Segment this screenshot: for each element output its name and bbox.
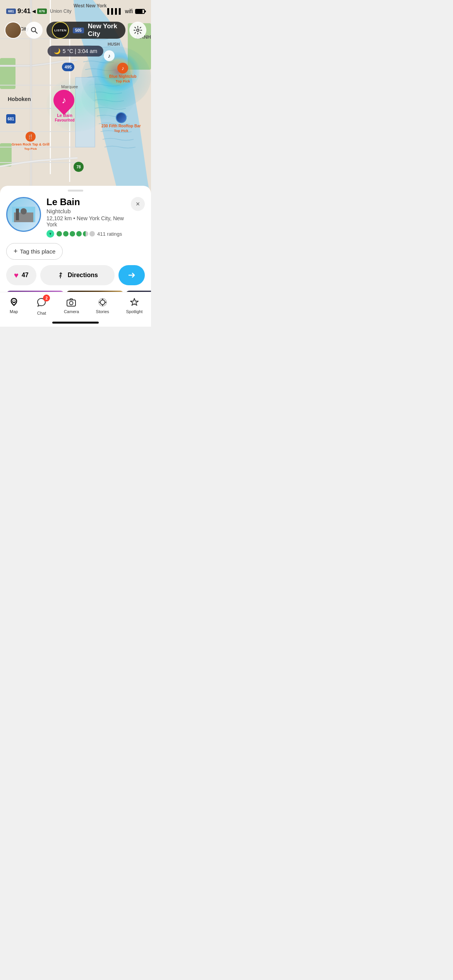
blue-nightclub-pin[interactable]: ♪ Blue NightclubTop Pick: [109, 63, 137, 84]
highway-505-badge: 505: [73, 27, 84, 33]
venue-location: 12,102 km • New York City, New York: [46, 215, 125, 228]
hoboken-label: Hoboken: [8, 96, 31, 102]
chat-nav-label: Chat: [37, 311, 46, 315]
home-indicator: [52, 322, 99, 324]
tag-label: Tag this place: [20, 248, 56, 255]
send-icon: [127, 271, 136, 280]
camera-nav-label: Camera: [64, 309, 79, 314]
svg-point-22: [137, 29, 139, 31]
highway-78-badge: 78: [74, 162, 84, 172]
like-count: 47: [22, 272, 29, 279]
user-avatar[interactable]: [5, 22, 22, 39]
svg-line-21: [35, 31, 37, 33]
status-bar: 681 9:41 ◀ 676 Union City ▌▌▌▌ wifi: [0, 0, 151, 19]
tag-icon: +: [14, 247, 18, 255]
location-arrow-icon: ◀: [32, 9, 36, 14]
svg-rect-25: [16, 209, 19, 220]
venue-photo[interactable]: [6, 197, 41, 232]
svg-point-36: [99, 302, 100, 303]
venue-info: Le Bain Nightclub 12,102 km • New York C…: [0, 197, 151, 243]
weather-text: 5 °C | 3:04 am: [63, 48, 97, 54]
like-button[interactable]: ♥ 47: [6, 265, 36, 285]
nav-chat[interactable]: 2 Chat: [36, 297, 47, 315]
sheet-handle: [68, 190, 83, 192]
search-button[interactable]: [26, 22, 43, 39]
tripadvisor-logo: T: [46, 230, 54, 238]
directions-label: Directions: [68, 272, 98, 279]
rating-dots: [57, 231, 95, 236]
rooftop-bar-pin[interactable]: 230 Fifth Rooftop BarTop Pick: [101, 112, 141, 133]
chat-badge: 2: [43, 295, 50, 302]
tag-place-button[interactable]: + Tag this place: [6, 243, 63, 260]
highway-676-status: 676: [37, 9, 47, 14]
highway-681-badge: 681: [6, 114, 15, 123]
union-city-status: Union City: [50, 9, 71, 14]
ratings-count: 411 ratings: [97, 231, 122, 237]
highway-495-badge: 495: [62, 63, 74, 71]
svg-point-34: [102, 299, 103, 300]
time-display: 9:41: [17, 7, 31, 15]
directions-button[interactable]: Directions: [40, 265, 115, 285]
heart-icon: ♥: [14, 271, 19, 280]
battery-icon: [135, 9, 145, 14]
moon-icon: 🌙: [54, 48, 60, 54]
wifi-icon: wifi: [125, 8, 133, 14]
stories-icon: [97, 297, 108, 308]
svg-point-31: [70, 302, 73, 305]
venue-name: Le Bain: [46, 197, 125, 207]
green-rock-pin[interactable]: 🍴 Green Rock Tap & GrillTop Pick: [12, 132, 50, 151]
location-pill[interactable]: LISTEN 505 New York City: [46, 22, 125, 39]
svg-rect-30: [67, 300, 76, 306]
listen-badge: LISTEN: [52, 22, 69, 39]
marquee-label: Marquee: [61, 84, 78, 89]
bottom-nav: Map 2 Chat Camera Stories: [0, 292, 151, 327]
highway-681-status: 681: [6, 9, 16, 14]
close-button[interactable]: ×: [131, 197, 145, 211]
nav-stories[interactable]: Stories: [96, 297, 109, 314]
svg-point-29: [13, 300, 15, 302]
stories-nav-label: Stories: [96, 309, 109, 314]
signal-icon: ▌▌▌▌: [107, 8, 123, 14]
svg-point-35: [102, 305, 103, 306]
hush-music-icon[interactable]: ♪: [104, 50, 115, 61]
nav-spotlight[interactable]: Spotlight: [126, 297, 142, 314]
spotlight-icon: [129, 297, 140, 308]
camera-icon: [66, 297, 77, 308]
ratings-row: T 411 ratings: [46, 230, 125, 238]
settings-button[interactable]: [129, 22, 146, 39]
top-bar: LISTEN 505 New York City: [0, 19, 151, 41]
venue-type: Nightclub: [46, 208, 125, 214]
nav-camera[interactable]: Camera: [64, 297, 79, 314]
venue-details: Le Bain Nightclub 12,102 km • New York C…: [46, 197, 125, 238]
svg-point-37: [105, 302, 106, 303]
svg-rect-2: [0, 58, 15, 89]
le-bain-pin[interactable]: ♪ Le BainFavourited: [53, 90, 76, 122]
nav-map[interactable]: Map: [9, 297, 19, 314]
hush-label: HUSH: [108, 42, 120, 46]
send-button[interactable]: [118, 265, 145, 285]
map-nav-label: Map: [10, 309, 18, 314]
directions-icon: [57, 271, 65, 279]
spotlight-nav-label: Spotlight: [126, 309, 142, 314]
weather-overlay: 🌙 5 °C | 3:04 am: [48, 46, 103, 57]
bottom-sheet: Le Bain Nightclub 12,102 km • New York C…: [0, 186, 151, 292]
svg-point-32: [100, 300, 105, 305]
action-row: ♥ 47 Directions: [0, 265, 151, 291]
city-name-label: New York City: [88, 22, 120, 38]
map-icon: [9, 297, 19, 308]
svg-point-27: [21, 208, 27, 214]
